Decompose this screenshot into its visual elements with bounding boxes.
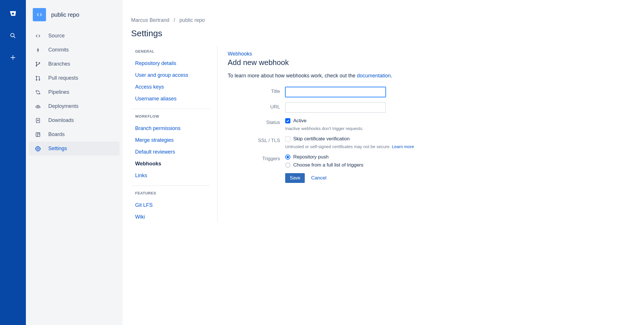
ssl-learn-more-link[interactable]: Learn more (392, 144, 414, 149)
code-icon (34, 33, 41, 39)
url-input[interactable] (285, 102, 386, 113)
nav-label: Branches (48, 61, 70, 67)
ssl-label: SSL / TLS (228, 136, 285, 144)
branch-icon (34, 61, 41, 67)
svg-point-11 (36, 76, 37, 77)
nav-label: Commits (48, 47, 69, 53)
url-label: URL (228, 102, 285, 110)
ssl-hint: Untrusted or self-signed certificates ma… (285, 144, 414, 149)
settings-group-workflow: WORKFLOW (135, 114, 210, 118)
cloud-upload-icon (34, 104, 41, 109)
breadcrumb-repo[interactable]: public repo (179, 17, 205, 23)
help-prefix: To learn more about how webhooks work, c… (228, 73, 357, 79)
svg-rect-17 (36, 133, 40, 136)
svg-point-13 (39, 79, 40, 80)
title-input[interactable] (285, 87, 386, 97)
title-label: Title (228, 87, 285, 94)
nav-label: Pipelines (48, 89, 69, 95)
nav-label: Settings (48, 146, 67, 152)
plus-icon[interactable] (8, 52, 18, 63)
content-heading: Add new webhook (228, 58, 632, 67)
repo-name[interactable]: public repo (51, 12, 79, 18)
webhooks-parent-link[interactable]: Webhooks (228, 51, 632, 57)
settings-link-branch-permissions[interactable]: Branch permissions (131, 123, 210, 134)
repo-nav: Source Commits Branches Pull requests Pi… (26, 27, 122, 157)
nav-pipelines[interactable]: Pipelines (29, 85, 120, 99)
breadcrumb-owner[interactable]: Marcus Bertrand (131, 17, 169, 23)
nav-label: Boards (48, 131, 65, 137)
ssl-hint-text: Untrusted or self-signed certificates ma… (285, 144, 392, 149)
svg-point-20 (37, 148, 39, 149)
breadcrumb: Marcus Bertrand / public repo (131, 17, 632, 23)
commit-icon (34, 47, 41, 53)
settings-link-webhooks[interactable]: Webhooks (131, 158, 210, 170)
trigger-label-full-list: Choose from a full list of triggers (293, 162, 363, 168)
svg-point-8 (36, 62, 37, 63)
settings-group-features: FEATURES (135, 191, 210, 195)
trigger-radio-repo-push[interactable] (285, 154, 290, 160)
bitbucket-logo-icon[interactable] (8, 9, 18, 19)
help-suffix: . (391, 73, 392, 79)
board-icon (34, 132, 41, 137)
repo-sidebar: public repo Source Commits Branches Pull… (26, 0, 122, 325)
status-option-label: Active (293, 118, 306, 124)
svg-point-1 (11, 33, 14, 37)
nav-branches[interactable]: Branches (29, 57, 120, 71)
svg-point-9 (36, 65, 37, 66)
repo-header: public repo (26, 8, 122, 27)
settings-link-user-group-access[interactable]: User and group access (131, 69, 210, 81)
settings-group-general: GENERAL (135, 49, 210, 53)
triggers-label: Triggers (228, 154, 285, 162)
breadcrumb-separator: / (174, 17, 175, 23)
trigger-radio-full-list[interactable] (285, 162, 290, 168)
status-hint: Inactive webhooks don't trigger requests… (285, 126, 363, 131)
ssl-checkbox[interactable] (285, 136, 290, 142)
pipeline-icon (34, 89, 41, 95)
global-nav (0, 0, 26, 325)
nav-label: Downloads (48, 117, 74, 123)
download-icon (34, 118, 41, 123)
settings-link-git-lfs[interactable]: Git LFS (131, 199, 210, 211)
content: Webhooks Add new webhook To learn more a… (217, 46, 632, 223)
settings-link-links[interactable]: Links (131, 170, 210, 181)
svg-line-2 (14, 37, 15, 38)
nav-label: Pull requests (48, 75, 78, 81)
repo-avatar-icon (33, 8, 46, 21)
ssl-option-label: Skip certificate verification (293, 136, 350, 142)
page-title: Settings (131, 28, 632, 38)
nav-deployments[interactable]: Deployments (29, 99, 120, 113)
main: Marcus Bertrand / public repo Settings G… (122, 0, 644, 325)
settings-link-merge-strategies[interactable]: Merge strategies (131, 134, 210, 146)
svg-rect-0 (12, 13, 14, 15)
settings-nav: GENERAL Repository details User and grou… (131, 46, 217, 223)
save-button[interactable]: Save (285, 173, 305, 183)
gear-icon (34, 146, 41, 152)
status-label: Status (228, 118, 285, 125)
settings-link-wiki[interactable]: Wiki (131, 211, 210, 223)
svg-point-10 (39, 62, 40, 63)
divider (131, 186, 210, 186)
settings-link-access-keys[interactable]: Access keys (131, 81, 210, 93)
svg-point-12 (36, 79, 37, 80)
nav-settings[interactable]: Settings (29, 142, 120, 156)
nav-source[interactable]: Source (29, 29, 120, 43)
svg-point-5 (37, 49, 39, 51)
settings-link-default-reviewers[interactable]: Default reviewers (131, 146, 210, 158)
nav-commits[interactable]: Commits (29, 43, 120, 57)
trigger-label-repo-push: Repository push (293, 154, 329, 160)
settings-link-username-aliases[interactable]: Username aliases (131, 93, 210, 105)
nav-boards[interactable]: Boards (29, 127, 120, 142)
help-text: To learn more about how webhooks work, c… (228, 73, 632, 79)
nav-pullrequests[interactable]: Pull requests (29, 71, 120, 85)
cancel-button[interactable]: Cancel (311, 175, 326, 181)
documentation-link[interactable]: documentation (357, 73, 391, 79)
status-checkbox[interactable] (285, 118, 290, 123)
nav-label: Deployments (48, 103, 78, 109)
search-icon[interactable] (8, 30, 18, 41)
nav-downloads[interactable]: Downloads (29, 113, 120, 127)
settings-link-repo-details[interactable]: Repository details (131, 58, 210, 69)
nav-label: Source (48, 33, 65, 39)
pull-request-icon (34, 75, 41, 81)
divider (131, 109, 210, 109)
